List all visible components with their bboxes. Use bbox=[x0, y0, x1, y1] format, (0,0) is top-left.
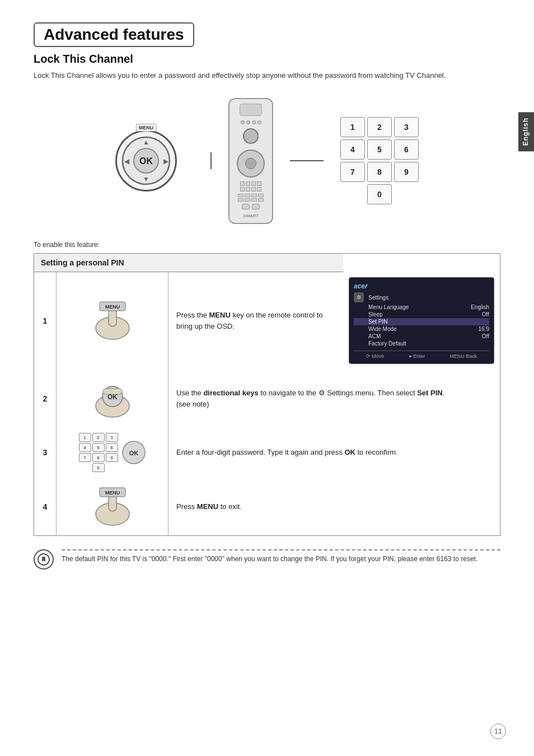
osd-back: MENU Back bbox=[449, 353, 477, 359]
note-text: The default PIN for this TV is "0000." F… bbox=[62, 554, 500, 564]
page-container: English Advanced features Lock This Chan… bbox=[0, 0, 534, 756]
ok-ring-svg: OK ▲ ▼ ◀ ▶ bbox=[121, 136, 171, 186]
key-8: 8 bbox=[367, 162, 392, 182]
row4-img-svg: MENU bbox=[87, 483, 138, 528]
side-tab: English bbox=[518, 112, 534, 151]
note-dashes bbox=[62, 549, 500, 550]
mini-key-3: 3 bbox=[106, 433, 118, 442]
key-2: 2 bbox=[367, 117, 392, 137]
connector-lines bbox=[194, 152, 212, 169]
key-5: 5 bbox=[367, 139, 392, 160]
row-img-1: MENU bbox=[57, 272, 168, 370]
svg-text:▲: ▲ bbox=[143, 138, 149, 146]
row1-text: Press the MENU key on the remote control… bbox=[176, 311, 323, 330]
mini-key-8: 8 bbox=[92, 453, 105, 462]
row2-img-svg: OK bbox=[87, 375, 138, 420]
row-img-3: 1 2 3 4 5 6 7 8 9 0 bbox=[57, 427, 168, 478]
row-num-3: 3 bbox=[34, 427, 57, 478]
row-num-1: 1 bbox=[34, 272, 57, 370]
table-row: 1 MENU Press the MENU key on the remote bbox=[34, 272, 500, 370]
osd-item-menulang: Menu LanguageEnglish bbox=[354, 304, 489, 311]
svg-text:▶: ▶ bbox=[163, 157, 169, 165]
table-header: Setting a personal PIN bbox=[34, 253, 344, 272]
mini-key-5: 5 bbox=[92, 443, 105, 452]
mini-keypad-illustration: 1 2 3 4 5 6 7 8 9 0 bbox=[79, 433, 118, 472]
remote-ok-button: MENU OK ▲ ▼ ◀ ▶ bbox=[115, 130, 177, 192]
row-num-2: 2 bbox=[34, 370, 57, 427]
key-7: 7 bbox=[340, 162, 365, 182]
note-section: The default PIN for this TV is "0000." F… bbox=[34, 549, 500, 570]
row3-text: Enter a four-digit password. Type it aga… bbox=[176, 448, 398, 456]
description-text: Lock This Channel allows you to enter a … bbox=[34, 70, 500, 81]
svg-rect-14 bbox=[103, 389, 122, 394]
row-content-3: Enter a four-digit password. Type it aga… bbox=[168, 427, 500, 478]
osd-mockup: acer ⚙ Settings Menu LanguageEnglish Sle… bbox=[349, 277, 494, 364]
h-connector bbox=[290, 160, 324, 161]
osd-icon-row: ⚙ Settings bbox=[354, 292, 489, 302]
row2-text: Use the directional keys to navigate to … bbox=[176, 389, 444, 408]
svg-text:OK: OK bbox=[129, 450, 138, 456]
row-img-4: MENU bbox=[57, 478, 168, 536]
row-img-2: OK bbox=[57, 370, 168, 427]
remote-nav-inner bbox=[245, 158, 256, 169]
remote-brand-text: SMART bbox=[243, 213, 259, 218]
svg-text:◀: ◀ bbox=[124, 157, 130, 165]
remote-top-area bbox=[240, 104, 262, 116]
key-6: 6 bbox=[394, 139, 419, 160]
row3-illustration: 1 2 3 4 5 6 7 8 9 0 bbox=[62, 433, 162, 472]
remote-center-circle bbox=[243, 128, 259, 144]
key-3: 3 bbox=[394, 117, 419, 137]
row-content-2: Use the directional keys to navigate to … bbox=[168, 370, 500, 427]
mini-key-0: 0 bbox=[92, 463, 105, 472]
key-0: 0 bbox=[367, 184, 392, 204]
osd-bottom: ⟳ Move ● Enter MENU Back bbox=[354, 351, 489, 359]
mini-key-7: 7 bbox=[79, 453, 91, 462]
note-icon bbox=[34, 549, 54, 570]
osd-item-sleep: SleepOff bbox=[354, 311, 489, 318]
key-9: 9 bbox=[394, 162, 419, 182]
osd-logo: acer bbox=[354, 282, 489, 290]
mini-key-1: 1 bbox=[79, 433, 91, 442]
row3-ok-svg: OK bbox=[121, 440, 146, 465]
osd-move: ⟳ Move bbox=[366, 353, 385, 359]
svg-rect-8 bbox=[109, 309, 116, 326]
osd-item-setpin: Set PIN bbox=[354, 318, 489, 325]
row-content-4: Press MENU to exit. bbox=[168, 478, 500, 536]
key-4: 4 bbox=[340, 139, 365, 160]
row-num-4: 4 bbox=[34, 478, 57, 536]
number-keypad: 1 2 3 4 5 6 7 8 9 0 bbox=[340, 117, 419, 204]
row-osd-1: acer ⚙ Settings Menu LanguageEnglish Sle… bbox=[343, 272, 500, 370]
svg-text:▼: ▼ bbox=[143, 175, 149, 183]
row1-img-svg: MENU bbox=[87, 297, 138, 342]
mini-key-6: 6 bbox=[106, 443, 118, 452]
svg-text:MENU: MENU bbox=[105, 490, 120, 496]
osd-item-acm: ACMOff bbox=[354, 333, 489, 340]
page-title: Advanced features bbox=[44, 26, 184, 44]
remote-body: SMART bbox=[228, 98, 273, 224]
table-row: 3 1 2 3 4 5 6 7 bbox=[34, 427, 500, 478]
note-bookmark-icon bbox=[38, 553, 50, 566]
table-row: 2 OK Use the directional keys to navigat… bbox=[34, 370, 500, 427]
remote-dots bbox=[241, 120, 261, 124]
remote-rect-grid bbox=[238, 194, 264, 202]
table-row: 4 MENU Press MENU to exit. bbox=[34, 478, 500, 536]
osd-item-widemode: Wide Mode16:9 bbox=[354, 325, 489, 333]
svg-text:OK: OK bbox=[139, 156, 153, 166]
osd-settings-label: Settings bbox=[368, 295, 388, 301]
to-enable-text: To enable this feature: bbox=[34, 241, 500, 249]
remote-grid bbox=[240, 181, 261, 192]
page-number: 11 bbox=[490, 724, 506, 739]
osd-item-factory: Factory Default bbox=[354, 340, 489, 347]
osd-settings-icon: ⚙ bbox=[354, 292, 364, 302]
remote-nav bbox=[237, 150, 265, 178]
instruction-table: Setting a personal PIN 1 MENU bbox=[34, 253, 500, 536]
row4-text: Press MENU to exit. bbox=[176, 502, 242, 511]
key-1: 1 bbox=[340, 117, 365, 137]
mini-key-9: 9 bbox=[106, 453, 118, 462]
osd-enter: ● Enter bbox=[409, 353, 425, 359]
row-content-1: Press the MENU key on the remote control… bbox=[168, 272, 344, 370]
remote-bottom-pieces bbox=[242, 204, 260, 209]
menu-label: MENU bbox=[136, 124, 157, 132]
section-title: Lock This Channel bbox=[34, 53, 500, 66]
title-box: Advanced features bbox=[34, 22, 194, 47]
